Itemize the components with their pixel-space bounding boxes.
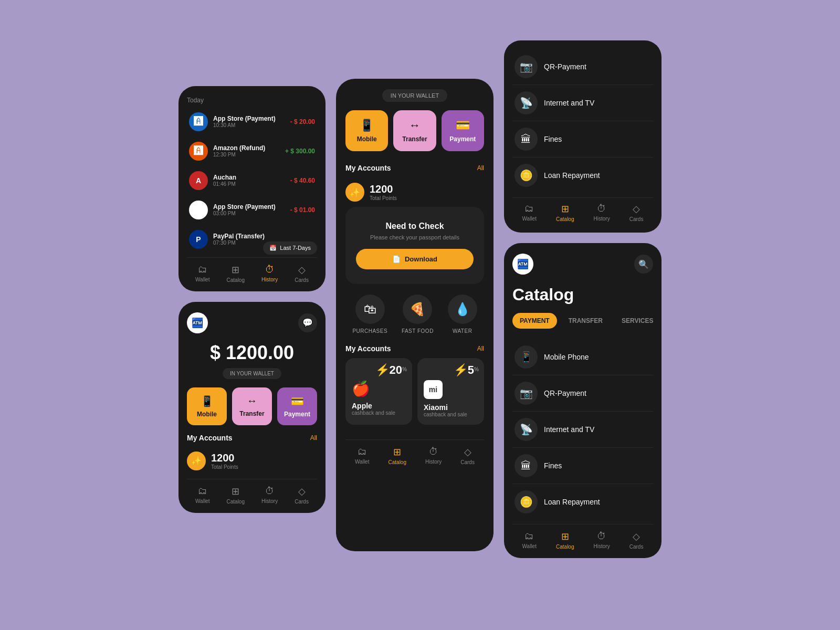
nav-label: Cards — [295, 277, 309, 283]
transfer-icon: ↔ — [409, 119, 421, 132]
cashback-percent: ⚡5% — [454, 363, 479, 377]
nav-label: Wallet — [522, 216, 537, 222]
mobile-button[interactable]: 📱 Mobile — [187, 387, 227, 425]
action-buttons-3: 📱 Mobile ↔ Transfer 💳 Payment — [345, 110, 484, 151]
nav-history[interactable]: ⏱ History — [425, 446, 442, 465]
table-row: 🅰 App Store (Payment) 10:30 AM - $ 20.00 — [187, 108, 317, 135]
nav-label: Wallet — [195, 277, 209, 282]
nav-cards[interactable]: ◇ Cards — [629, 531, 644, 550]
mobile-btn[interactable]: 📱 Mobile — [345, 110, 388, 151]
nav-label: History — [594, 543, 610, 549]
all-link-2[interactable]: All — [477, 345, 484, 352]
tx-amount: + $ 300.00 — [285, 148, 315, 155]
nav-history[interactable]: ⏱ History — [594, 203, 610, 222]
accounts-header-2: My Accounts All — [345, 344, 484, 353]
need-to-check-section: Need to Check Please check your passport… — [345, 207, 484, 284]
phone-catalog-full: 🏧 🔍 Catalog PAYMENT TRANSFER SERVICES 📱 … — [504, 243, 662, 558]
mobile-icon: 📱 — [201, 395, 214, 407]
tab-transfer[interactable]: TRANSFER — [561, 313, 610, 329]
nav-wallet[interactable]: 🗂 Wallet — [195, 486, 209, 505]
cashback-percent: ⚡20% — [375, 363, 407, 377]
nav-cards[interactable]: ◇ Cards — [460, 446, 475, 465]
calendar-icon: 📅 — [269, 245, 277, 251]
transfer-label: Transfer — [402, 135, 427, 143]
fastfood-category[interactable]: 🍕 FAST FOOD — [402, 295, 434, 334]
all-link[interactable]: All — [310, 434, 317, 442]
catalog-title: Catalog — [512, 285, 653, 304]
loan-repayment-icon: 🪙 — [514, 164, 538, 187]
mobile-label: Mobile — [197, 411, 217, 418]
all-link[interactable]: All — [477, 164, 484, 172]
download-button[interactable]: 📄 Download — [356, 249, 474, 269]
table-row: G App Store (Payment) 03:00 PM - $ 01.00 — [187, 196, 317, 224]
nav-history[interactable]: ⏱ History — [261, 486, 278, 505]
paypal-icon: P — [189, 230, 208, 249]
payment-btn[interactable]: 💳 Payment — [442, 110, 484, 151]
water-category[interactable]: 💧 WATER — [448, 295, 477, 334]
nav-label: Cards — [629, 216, 644, 222]
nav-wallet[interactable]: 🗂 Wallet — [522, 531, 537, 550]
transfer-btn[interactable]: ↔ Transfer — [393, 110, 436, 151]
search-icon[interactable]: 🔍 — [634, 255, 653, 274]
in-wallet-tag: IN YOUR WALLET — [382, 89, 447, 102]
purchases-category[interactable]: 🛍 PURCHASES — [352, 295, 387, 334]
nav-cards[interactable]: ◇ Cards — [629, 203, 644, 222]
phone3-content: IN YOUR WALLET 📱 Mobile ↔ Transfer 💳 Pay… — [336, 79, 494, 439]
fines-icon: 🏛 — [514, 128, 538, 151]
nav-catalog[interactable]: ⊞ Catalog — [388, 446, 406, 465]
catalog-item-name: Fines — [544, 461, 562, 470]
apple-cashback-card[interactable]: ⚡20% 🍎 Apple cashback and sale — [345, 358, 412, 425]
water-icon: 💧 — [448, 295, 477, 324]
points-value: 1200 — [211, 452, 238, 464]
catalog-item-name: Internet and TV — [544, 99, 594, 107]
nav-history[interactable]: ⏱ History — [261, 264, 278, 283]
my-accounts-header: My Accounts All — [187, 434, 317, 442]
in-wallet-badge: IN YOUR WALLET — [223, 368, 281, 379]
xiaomi-icon: mi — [424, 380, 443, 399]
nav-catalog[interactable]: ⊞ Catalog — [227, 486, 245, 505]
nav-catalog[interactable]: ⊞ Catalog — [556, 203, 574, 222]
chat-icon[interactable]: 💬 — [298, 313, 317, 332]
nav-history[interactable]: ⏱ History — [594, 531, 610, 550]
tab-row: PAYMENT TRANSFER SERVICES — [512, 313, 653, 329]
catalog-item-name: Loan Repayment — [544, 498, 600, 506]
xiaomi-cashback-card[interactable]: ⚡5% mi Xiaomi cashback and sale — [417, 358, 484, 425]
phone-main-wallet: IN YOUR WALLET 📱 Mobile ↔ Transfer 💳 Pay… — [336, 79, 494, 551]
list-item: 📱 Mobile Phone — [512, 339, 653, 375]
account-row: ✨ 1200 Total Points — [345, 177, 484, 207]
tx-name: App Store (Payment) — [213, 115, 285, 122]
bottom-nav-3: 🗂 Wallet ⊞ Catalog ⏱ History ◇ Cards — [345, 439, 484, 474]
nav-catalog[interactable]: ⊞ Catalog — [556, 531, 574, 550]
mobile-icon: 📱 — [360, 119, 374, 132]
bottom-nav-4: 🗂 Wallet ⊞ Catalog ⏱ History ◇ Cards — [512, 197, 653, 224]
tx-time: 03:00 PM — [213, 211, 285, 216]
my-accounts-title-2: My Accounts — [345, 344, 391, 353]
nav-cards[interactable]: ◇ Cards — [295, 486, 309, 505]
tab-services[interactable]: SERVICES — [614, 313, 660, 329]
app-store-icon: 🅰 — [189, 112, 208, 131]
nav-wallet[interactable]: 🗂 Wallet — [522, 203, 537, 222]
check-title: Need to Check — [356, 222, 474, 231]
qr-payment-icon: 📷 — [514, 382, 538, 405]
bottom-nav: 🗂 Wallet ⊞ Catalog ⏱ History ◇ Cards — [187, 479, 317, 513]
list-item: 🪙 Loan Repayment — [512, 484, 653, 520]
points-star-icon: ✨ — [345, 183, 364, 202]
transfer-button[interactable]: ↔ Transfer — [232, 387, 272, 425]
tx-name: PayPal (Transfer) — [213, 233, 310, 240]
list-item: 📷 QR-Payment — [512, 375, 653, 412]
tab-payment[interactable]: PAYMENT — [512, 313, 557, 329]
payment-icon: 💳 — [456, 119, 470, 132]
nav-cards[interactable]: ◇ Cards — [295, 264, 309, 283]
cards-icon: ◇ — [298, 264, 306, 276]
cards-icon: ◇ — [464, 446, 471, 458]
last-7-days-badge[interactable]: 📅 Last 7-Days — [263, 242, 317, 255]
list-item: 🪙 Loan Repayment — [512, 158, 653, 193]
nav-wallet[interactable]: 🗂 Wallet — [195, 264, 209, 283]
nav-label: Cards — [295, 499, 309, 505]
payment-button[interactable]: 💳 Payment — [277, 387, 317, 425]
nav-catalog[interactable]: ⊞ Catalog — [227, 264, 245, 283]
brand-desc: cashback and sale — [424, 412, 478, 417]
wallet-icon: 🗂 — [358, 446, 367, 457]
right-column: 📷 QR-Payment 📡 Internet and TV 🏛 Fines 🪙… — [504, 40, 662, 558]
nav-wallet[interactable]: 🗂 Wallet — [355, 446, 369, 465]
